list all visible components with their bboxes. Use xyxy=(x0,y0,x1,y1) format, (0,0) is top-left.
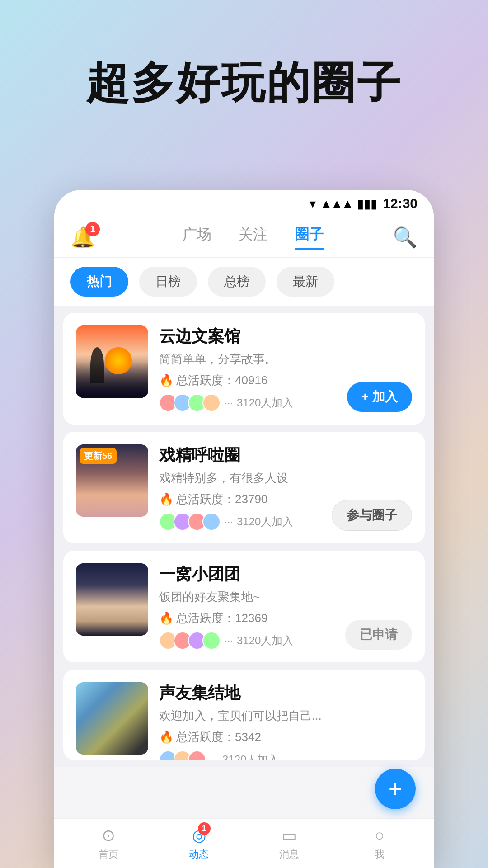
group-image-1 xyxy=(76,326,148,398)
home-icon: ⊙ xyxy=(102,826,115,845)
filter-hot[interactable]: 热门 xyxy=(70,267,128,297)
wifi-icon: ▾ xyxy=(310,196,316,211)
tab-guanzhu[interactable]: 关注 xyxy=(239,225,267,250)
bell-badge: 1 xyxy=(85,222,100,236)
bottom-nav: ⊙ 首页 ◎ 1 动态 ▭ 消息 ○ 我 xyxy=(54,818,434,868)
content-area: 云边文案馆 简简单单，分享故事。 🔥 总活跃度：40916 ··· 3120人加… xyxy=(54,306,434,767)
tab-guangchang[interactable]: 广场 xyxy=(183,225,211,250)
fab-button[interactable]: + xyxy=(375,769,416,809)
status-bar: ▾ ▲▲▲ ▮▮▮ 12:30 xyxy=(54,190,434,217)
profile-label: 我 xyxy=(375,848,385,861)
group-card-2: 更新56 戏精呼啦圈 戏精特别多，有很多人设 🔥 总活跃度：23790 xyxy=(63,432,425,543)
update-badge-2: 更新56 xyxy=(80,448,117,464)
group-name-2: 戏精呼啦圈 xyxy=(159,444,412,467)
group-card-4: 声友集结地 欢迎加入，宝贝们可以把自己... 🔥 总活跃度：5342 ··· 3… xyxy=(63,670,425,760)
bottom-nav-dynamic[interactable]: ◎ 1 动态 xyxy=(176,826,221,861)
nav-tabs: 广场 关注 圈子 xyxy=(113,225,393,250)
filter-daily[interactable]: 日榜 xyxy=(139,267,197,297)
group-card-1: 云边文案馆 简简单单，分享故事。 🔥 总活跃度：40916 ··· 3120人加… xyxy=(63,313,425,425)
join-btn-1[interactable]: + 加入 xyxy=(347,382,412,412)
hero-title: 超多好玩的圈子 xyxy=(0,54,488,113)
fire-icon-4: 🔥 xyxy=(159,730,174,744)
fire-icon-1: 🔥 xyxy=(159,373,174,387)
battery-icon: ▮▮▮ xyxy=(357,196,377,211)
nav-bell[interactable]: 🔔 1 xyxy=(70,226,95,249)
message-label: 消息 xyxy=(279,848,299,861)
group-image-4 xyxy=(76,682,148,755)
message-icon: ▭ xyxy=(282,826,297,845)
group-info-4: 声友集结地 欢迎加入，宝贝们可以把自己... 🔥 总活跃度：5342 ··· 3… xyxy=(159,682,412,760)
fire-icon-3: 🔥 xyxy=(159,611,174,625)
bottom-nav-home[interactable]: ⊙ 首页 xyxy=(86,826,131,861)
group-name-1: 云边文案馆 xyxy=(159,326,412,348)
nav-bar: 🔔 1 广场 关注 圈子 🔍 xyxy=(54,217,434,258)
fire-icon-2: 🔥 xyxy=(159,492,174,506)
tab-quanzi[interactable]: 圈子 xyxy=(295,225,324,250)
group-desc-3: 饭团的好友聚集地~ xyxy=(159,589,412,605)
phone-mockup: ▾ ▲▲▲ ▮▮▮ 12:30 🔔 1 广场 关注 圈子 🔍 热门 日榜 总榜 … xyxy=(54,190,434,868)
group-activity-4: 🔥 总活跃度：5342 xyxy=(159,729,412,745)
filter-latest[interactable]: 最新 xyxy=(277,267,334,297)
filter-bar: 热门 日榜 总榜 最新 xyxy=(54,258,434,306)
group-card-3: 一窝小团团 饭团的好友聚集地~ 🔥 总活跃度：12369 ··· 3120人加入 xyxy=(63,551,425,662)
profile-icon: ○ xyxy=(375,826,385,845)
home-label: 首页 xyxy=(99,848,118,861)
group-desc-1: 简简单单，分享故事。 xyxy=(159,351,412,367)
group-members-4: ··· 3120人加入 xyxy=(159,750,412,760)
status-time: 12:30 xyxy=(383,196,418,211)
bottom-nav-message[interactable]: ▭ 消息 xyxy=(267,826,312,861)
bottom-nav-me[interactable]: ○ 我 xyxy=(357,826,402,861)
dynamic-label: 动态 xyxy=(189,848,209,861)
group-name-3: 一窝小团团 xyxy=(159,563,412,585)
filter-total[interactable]: 总榜 xyxy=(208,267,266,297)
join-btn-2[interactable]: 参与圈子 xyxy=(332,500,412,531)
signal-icon: ▲▲▲ xyxy=(320,197,352,211)
group-name-4: 声友集结地 xyxy=(159,682,412,704)
group-desc-2: 戏精特别多，有很多人设 xyxy=(159,470,412,486)
img-sunset xyxy=(76,326,148,398)
fab-plus-icon: + xyxy=(389,775,402,802)
join-btn-3[interactable]: 已申请 xyxy=(345,620,412,650)
group-desc-4: 欢迎加入，宝贝们可以把自己... xyxy=(159,708,412,724)
group-image-3 xyxy=(76,563,148,636)
group-image-2: 更新56 xyxy=(76,444,148,517)
status-icons: ▾ ▲▲▲ ▮▮▮ xyxy=(310,196,377,211)
dynamic-badge: 1 xyxy=(198,822,211,835)
search-icon[interactable]: 🔍 xyxy=(393,226,418,249)
